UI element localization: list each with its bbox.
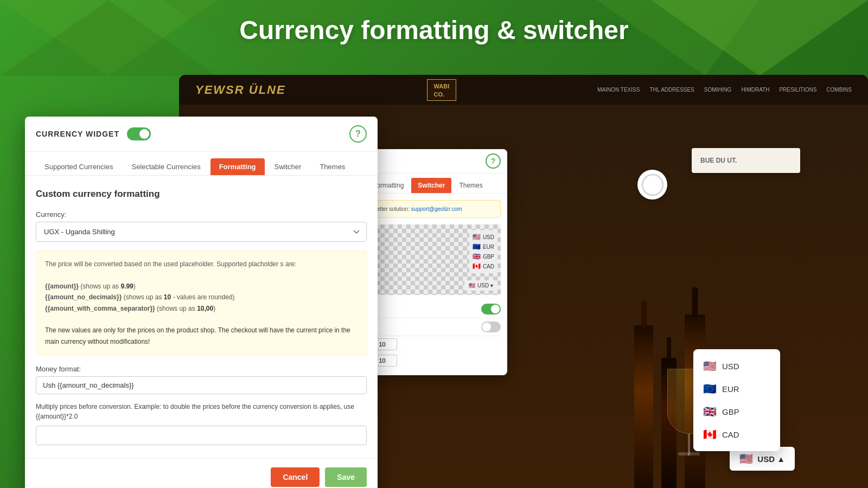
dropdown-gbp-label: GBP xyxy=(722,407,739,416)
toggle1[interactable] xyxy=(481,304,501,314)
eur-code: EUR xyxy=(483,244,494,250)
cad-code: CAD xyxy=(483,264,494,269)
cancel-button[interactable]: Cancel xyxy=(271,467,320,487)
usd-button-flag: 🇺🇸 xyxy=(739,452,753,465)
tab-formatting[interactable]: Formatting xyxy=(210,158,265,175)
toggle-row-2 xyxy=(367,318,501,336)
info-placeholder1: {{amount}} (shows up as 9.99) xyxy=(45,281,358,292)
info-box: The price will be converted based on the… xyxy=(36,251,367,355)
usd-code: USD xyxy=(483,234,494,240)
info-link[interactable]: support@geolizr.com xyxy=(411,206,462,212)
dropdown-usd-flag: 🇺🇸 xyxy=(703,359,717,373)
preview-currency-list: 🇺🇸 USD 🇪🇺 EUR 🇬🇧 GBP 🇨🇦 CAD xyxy=(469,230,497,273)
toggle2[interactable] xyxy=(481,322,501,332)
tab2-themes[interactable]: Themes xyxy=(452,178,489,193)
multiply-label: Multiply prices before conversion. Examp… xyxy=(36,402,367,421)
number-input-row-2 xyxy=(367,352,501,369)
widget-second-tabs: Formatting Switcher Themes xyxy=(361,174,507,194)
dropdown-cad[interactable]: 🇨🇦 CAD xyxy=(693,423,780,446)
number-input-row-1 xyxy=(367,336,501,352)
dropdown-eur-flag: 🇪🇺 xyxy=(703,382,717,395)
save-button[interactable]: Save xyxy=(325,467,367,487)
widget-help-icon[interactable]: ? xyxy=(349,125,367,143)
info-warning: The new values are only for the prices o… xyxy=(45,325,358,347)
tab-switcher[interactable]: Switcher xyxy=(266,158,310,175)
money-format-input[interactable] xyxy=(36,376,367,394)
preview-gbp: 🇬🇧 GBP xyxy=(473,252,494,261)
dropdown-eur-label: EUR xyxy=(722,384,739,394)
wine-center-logo: WABICO. xyxy=(427,79,457,101)
wine-nav: YEWSR ÜLNE WABICO. MAINON TEXISS THL ADD… xyxy=(179,75,868,105)
currency-label: Currency: xyxy=(36,210,367,219)
eur-flag: 🇪🇺 xyxy=(473,243,481,251)
info-line1: The price will be converted based on the… xyxy=(45,259,358,269)
currency-widget-second: ? Formatting Switcher Themes Better solu… xyxy=(361,149,507,375)
dropdown-cad-flag: 🇨🇦 xyxy=(703,428,717,441)
widget-second-body: Better solution: support@geolizr.com 🇺🇸 … xyxy=(361,194,507,375)
gbp-code: GBP xyxy=(483,254,494,260)
page-title: Currency formatting & switcher xyxy=(0,15,868,45)
currency-select[interactable]: UGX - Uganda Shilling xyxy=(36,222,367,242)
preview-usd: 🇺🇸 USD xyxy=(473,232,494,242)
toggle-row-1 xyxy=(367,300,501,318)
preview-cad: 🇨🇦 CAD xyxy=(473,261,494,271)
currency-widget-main: CURRENCY WIDGET ? Supported Currencies S… xyxy=(25,117,378,488)
preview-area: 🇺🇸 USD 🇪🇺 EUR 🇬🇧 GBP 🇨🇦 CAD 🇺🇸 xyxy=(367,224,501,295)
usd-flag: 🇺🇸 xyxy=(473,233,481,241)
preview-switcher[interactable]: 🇺🇸 USD ▾ xyxy=(464,280,497,291)
dropdown-gbp-flag: 🇬🇧 xyxy=(703,405,717,418)
widget-second-help-icon[interactable]: ? xyxy=(486,153,501,169)
wine-nav-links: MAINON TEXISS THL ADDRESSES SOMIHING HIM… xyxy=(597,87,852,93)
wine-sticker xyxy=(637,170,667,200)
tab-supported-currencies[interactable]: Supported Currencies xyxy=(36,158,122,175)
widget-title: CURRENCY WIDGET xyxy=(36,130,119,138)
money-format-label: Money format: xyxy=(36,365,367,373)
preview-usd-flag: 🇺🇸 xyxy=(469,282,475,288)
tab2-switcher[interactable]: Switcher xyxy=(411,178,451,193)
preview-switcher-label: USD ▾ xyxy=(477,282,493,288)
section-title: Custom currency formatting xyxy=(36,189,367,200)
dropdown-cad-label: CAD xyxy=(722,430,739,439)
tab-selectable-currencies[interactable]: Selectable Currencies xyxy=(123,158,209,175)
info-placeholder3: {{amount_with_comma_separator}} (shows u… xyxy=(45,303,358,314)
widget-header: CURRENCY WIDGET ? xyxy=(25,117,378,152)
dropdown-usd[interactable]: 🇺🇸 USD xyxy=(693,355,780,377)
dropdown-usd-label: USD xyxy=(722,362,739,371)
bottles xyxy=(489,105,869,488)
dropdown-gbp[interactable]: 🇬🇧 GBP xyxy=(693,400,780,423)
widget-toggle[interactable] xyxy=(127,127,151,140)
usd-button-label: USD ▲ xyxy=(757,454,785,464)
currency-dropdown: 🇺🇸 USD 🇪🇺 EUR 🇬🇧 GBP 🇨🇦 CAD xyxy=(693,349,780,451)
dropdown-eur[interactable]: 🇪🇺 EUR xyxy=(693,377,780,400)
cad-flag: 🇨🇦 xyxy=(473,262,481,270)
wine-logo: YEWSR ÜLNE xyxy=(195,83,286,97)
info-text: Better solution: xyxy=(373,206,411,212)
tab-themes[interactable]: Themes xyxy=(311,158,354,175)
preview-eur: 🇪🇺 EUR xyxy=(473,242,494,252)
widget-tabs: Supported Currencies Selectable Currenci… xyxy=(25,152,378,176)
widget-body: Custom currency formatting Currency: UGX… xyxy=(25,176,378,458)
widget-second-header: ? xyxy=(361,149,507,174)
gbp-flag: 🇬🇧 xyxy=(473,253,481,260)
info-placeholder2: {{amount_no_decimals}} (shows up as 10 -… xyxy=(45,292,358,303)
multiply-input[interactable] xyxy=(36,426,367,445)
widget-second-info: Better solution: support@geolizr.com xyxy=(367,200,501,218)
product-card: BUE DU UT. xyxy=(692,148,800,173)
widget-footer: Cancel Save xyxy=(25,458,378,488)
